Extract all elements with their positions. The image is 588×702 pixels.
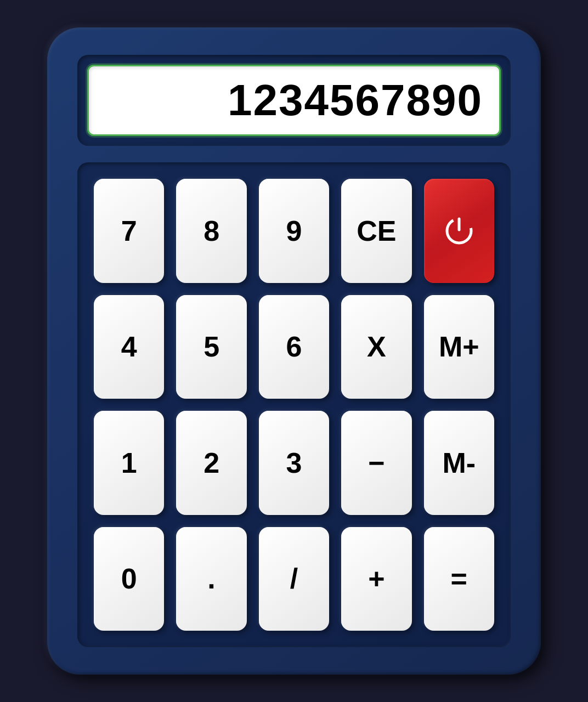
btn-4[interactable]: 4 [94, 295, 164, 399]
btn-ce[interactable]: CE [341, 179, 411, 283]
display: 1234567890 [87, 65, 501, 136]
btn-power[interactable] [424, 179, 494, 283]
display-value: 1234567890 [228, 75, 483, 126]
power-icon [443, 214, 476, 247]
btn-8[interactable]: 8 [176, 179, 246, 283]
btn-9[interactable]: 9 [259, 179, 329, 283]
btn-6[interactable]: 6 [259, 295, 329, 399]
btn-divide[interactable]: / [259, 527, 329, 631]
btn-5[interactable]: 5 [176, 295, 246, 399]
btn-1[interactable]: 1 [94, 411, 164, 515]
btn-multiply[interactable]: X [341, 295, 411, 399]
btn-equals[interactable]: = [424, 527, 494, 631]
btn-add[interactable]: + [341, 527, 411, 631]
calculator: 1234567890 7 8 9 CE [47, 27, 541, 675]
btn-mplus[interactable]: M+ [424, 295, 494, 399]
btn-7[interactable]: 7 [94, 179, 164, 283]
btn-mminus[interactable]: M- [424, 411, 494, 515]
btn-0[interactable]: 0 [94, 527, 164, 631]
keypad: 7 8 9 CE 4 5 [94, 179, 494, 631]
btn-dot[interactable]: . [176, 527, 246, 631]
btn-subtract[interactable]: − [341, 411, 411, 515]
display-wrapper: 1234567890 [77, 55, 511, 146]
btn-2[interactable]: 2 [176, 411, 246, 515]
keypad-wrapper: 7 8 9 CE 4 5 [77, 162, 511, 647]
btn-3[interactable]: 3 [259, 411, 329, 515]
